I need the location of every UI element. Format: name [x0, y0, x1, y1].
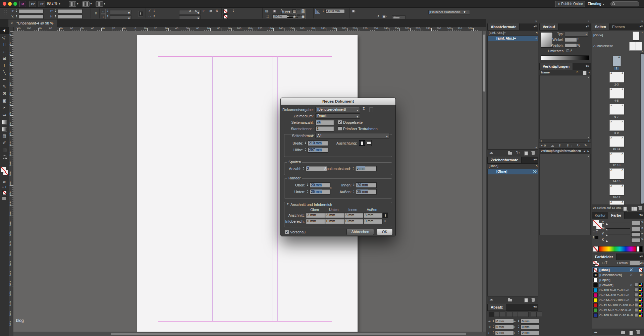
page-label[interactable]: 16-17	[603, 195, 630, 199]
rectangle-tool[interactable]: ▣	[0, 97, 9, 104]
width-input[interactable]: 210 mm	[308, 141, 328, 146]
shear-stepper[interactable]: ▲▼	[153, 14, 155, 18]
paragraph-field[interactable]: 0 mm	[495, 330, 514, 335]
fill-none-mini[interactable]	[593, 261, 597, 265]
document-canvas[interactable]: blog	[13, 31, 486, 336]
master-none-label[interactable]: [Ohne]	[593, 33, 603, 37]
rotate-ccw-icon[interactable]: ↺	[188, 9, 192, 13]
link-margins-icon[interactable]: ∞	[329, 185, 333, 190]
master-none-thumbnail[interactable]	[633, 32, 639, 40]
slug-input-0[interactable]: 0 mm	[306, 219, 325, 224]
workspace-switcher[interactable]: Einstieg ▼	[588, 1, 605, 6]
height-stepper[interactable]: ▲▼	[304, 148, 307, 151]
width-stepper[interactable]: ▲▼	[304, 141, 307, 145]
new-swatch-icon[interactable]	[629, 330, 633, 336]
masters-area[interactable]: [Ohne] A-Musterseite ▲ ▼	[592, 30, 644, 54]
paragraph-field[interactable]: 0 mm	[521, 325, 539, 329]
tab-layers[interactable]: Ebenen	[609, 23, 628, 30]
cc-libraries-icon[interactable]: ☁	[489, 297, 493, 301]
corner-radius-stepper[interactable]: ▲▼	[322, 9, 324, 12]
slider-thumb[interactable]	[606, 234, 608, 236]
swatch-row[interactable]: C=100 M=90 Y=10 K=0	[592, 313, 644, 318]
zoom-tool[interactable]	[0, 154, 9, 161]
horizontal-ruler[interactable]: 1101009080706050403020100102030405060708…	[9, 27, 486, 32]
bleed-input-3[interactable]: 3 mm	[363, 213, 383, 218]
justify-right-button[interactable]	[518, 312, 523, 317]
arrange-documents-icon[interactable]	[96, 1, 103, 7]
stroke-weight-stepper[interactable]: ▲▼	[232, 9, 234, 12]
field-stepper[interactable]: ▲▼	[492, 319, 494, 323]
ruler-origin-box[interactable]	[9, 27, 14, 32]
paragraph-p-icon[interactable]: P	[201, 9, 206, 13]
link-info-header[interactable]: Verknüpfungsinformationen ◀ ▶	[539, 148, 591, 154]
tab-links[interactable]: Verknüpfungen	[539, 63, 573, 70]
scroll-down-icon[interactable]: ▼	[641, 50, 643, 53]
scroll-up-icon[interactable]: ▲	[535, 37, 537, 39]
collapse-panels-icon[interactable]: »	[535, 19, 537, 23]
tint-swatch-icon[interactable]: t	[593, 235, 599, 239]
primary-frame-checkbox[interactable]: ✓	[338, 126, 342, 131]
channel-input-C[interactable]	[631, 221, 641, 225]
page-label[interactable]: 12-13	[603, 163, 630, 167]
prev-link-icon[interactable]: ◀	[584, 150, 585, 153]
list-item-selected[interactable]: [Ohne] ⤬	[488, 169, 538, 174]
paragraph-field[interactable]: 0 mm	[521, 319, 539, 324]
edit-original-icon[interactable]: ✎	[584, 144, 587, 147]
style-override-icon[interactable]: ↺	[376, 14, 380, 18]
warning-icon[interactable]: ⚠	[576, 70, 579, 74]
fill-none-swatch[interactable]	[593, 220, 599, 226]
gradient-angle-input[interactable]	[565, 38, 577, 42]
scroll-right-icon[interactable]: ▶	[588, 139, 590, 142]
new-style-icon[interactable]	[524, 297, 528, 303]
margin-outside-stepper[interactable]: ▲▼	[353, 190, 355, 193]
bleed-input-2[interactable]: 3 mm	[344, 213, 364, 218]
bridge-button[interactable]: Br	[30, 1, 36, 7]
swatch-row[interactable]: C=15 M=100 Y=100 K=0	[592, 302, 644, 307]
reverse-gradient-icon[interactable]: ◱⇄	[566, 49, 572, 52]
window-zoom-button[interactable]	[13, 2, 17, 6]
pagesize-dropdown[interactable]: A4▼	[315, 133, 389, 138]
link-bleed-icon[interactable]: ∞	[383, 213, 388, 218]
formatting-affects-icons[interactable]: □ T	[0, 185, 9, 188]
cc-libraries-icon[interactable]: ☁	[489, 150, 493, 155]
scroll-thumb[interactable]	[483, 35, 485, 92]
margin-bottom-input[interactable]: 25 mm	[310, 189, 330, 194]
channel-input-K[interactable]	[631, 238, 641, 242]
gradient-position-input[interactable]	[565, 43, 577, 48]
pages-input[interactable]: 24	[315, 120, 334, 125]
scroll-up-icon[interactable]: ▲	[535, 170, 537, 172]
channel-slider-M[interactable]	[606, 228, 630, 229]
page-thumbnail-10-11[interactable]: AA	[609, 136, 624, 147]
margin-bottom-stepper[interactable]: ▲▼	[306, 190, 309, 193]
ok-button[interactable]: OK	[377, 229, 393, 235]
page-label[interactable]: 14-15	[603, 179, 630, 183]
margin-top-stepper[interactable]: ▲▼	[306, 183, 309, 186]
gradient-type-dropdown[interactable]: ▼	[565, 32, 588, 37]
scroll-up-icon[interactable]: ▲	[587, 155, 590, 157]
relink-icon[interactable]: ∞	[559, 144, 561, 147]
tab-character-styles[interactable]: Zeichenformate	[487, 157, 522, 163]
rectangle-frame-tool[interactable]: ⊠	[0, 90, 9, 97]
gradient-feather-tool[interactable]	[0, 125, 9, 132]
channel-input-Y[interactable]	[631, 232, 641, 237]
scroll-down-icon[interactable]: ▼	[587, 136, 590, 138]
justify-left-button[interactable]	[507, 312, 513, 317]
corner-options-icon[interactable]: ◱	[315, 9, 320, 14]
document-tab[interactable]: × *Unbenannt-4 @ 98 %	[8, 19, 57, 27]
trash-icon[interactable]	[532, 150, 535, 156]
width-stepper[interactable]: ▲▼	[54, 9, 57, 12]
page-thumbnail-4-5[interactable]: AA	[609, 88, 624, 99]
fill-swatch-none[interactable]	[1, 167, 6, 172]
intent-dropdown[interactable]: Druck▼	[315, 113, 360, 119]
slug-input-3[interactable]: 0 mm	[363, 219, 383, 224]
chevron-down-icon[interactable]: ▼	[76, 3, 79, 5]
wrap-shape-icon[interactable]: 回	[301, 9, 306, 14]
preset-dropdown[interactable]: [Benutzerdefiniert]▼	[315, 107, 360, 112]
y-input[interactable]	[19, 14, 44, 19]
drop-shadow-icon[interactable]: ▣	[272, 9, 277, 13]
tint-input[interactable]	[629, 261, 640, 265]
page-label[interactable]: 2-3	[603, 83, 630, 86]
publish-online-button[interactable]: ⬆ Publish Online	[555, 1, 585, 7]
swatch-row[interactable]: ⊕[Passermarken]⤬⊕	[592, 272, 644, 277]
height-input[interactable]	[58, 14, 83, 19]
